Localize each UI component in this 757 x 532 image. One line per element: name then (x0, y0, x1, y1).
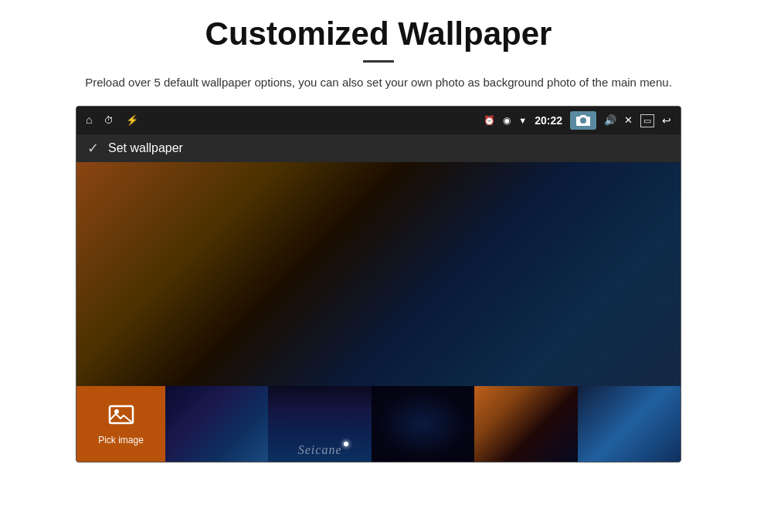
thumbnail-5[interactable] (578, 386, 681, 462)
check-icon[interactable]: ✓ (87, 140, 99, 157)
status-time: 20:22 (535, 114, 562, 127)
thumbnail-3[interactable] (372, 386, 474, 462)
volume-icon[interactable]: 🔊 (604, 114, 616, 127)
usb-icon: ⚡ (126, 114, 138, 127)
location-icon: ◉ (503, 115, 511, 127)
svg-point-1 (114, 409, 119, 414)
thumbnail-1[interactable] (165, 386, 268, 462)
clock-icon: ⏱ (104, 115, 114, 127)
camera-button[interactable] (570, 111, 596, 130)
pick-image-label: Pick image (98, 435, 144, 446)
set-wallpaper-label: Set wallpaper (108, 141, 183, 155)
image-pick-icon (108, 403, 134, 432)
title-divider (363, 60, 394, 63)
status-bar-right: ⏰ ◉ ▼ 20:22 🔊 ✕ ▭ ↩ (484, 111, 671, 130)
camera-icon (576, 114, 590, 127)
pick-image-button[interactable]: Pick image (76, 386, 165, 462)
page-subtitle: Preload over 5 default wallpaper options… (50, 73, 707, 92)
home-icon[interactable]: ⌂ (86, 114, 92, 127)
status-bar: ⌂ ⏱ ⚡ ⏰ ◉ ▼ 20:22 🔊 ✕ ▭ ↩ (76, 107, 681, 134)
seicane-watermark: Seicane (298, 443, 342, 457)
status-bar-left: ⌂ ⏱ ⚡ (86, 114, 138, 127)
back-icon[interactable]: ↩ (662, 114, 671, 127)
close-icon[interactable]: ✕ (624, 114, 633, 127)
action-bar: ✓ Set wallpaper (76, 134, 681, 162)
wallpaper-preview (76, 162, 681, 386)
page-container: Customized Wallpaper Preload over 5 defa… (0, 0, 757, 478)
window-icon[interactable]: ▭ (640, 114, 654, 127)
thumbnail-2[interactable]: Seicane (268, 386, 371, 462)
wifi-icon: ▼ (518, 116, 527, 125)
alarm-icon: ⏰ (484, 115, 495, 127)
android-screen: ⌂ ⏱ ⚡ ⏰ ◉ ▼ 20:22 🔊 ✕ ▭ ↩ (76, 106, 681, 463)
page-title: Customized Wallpaper (23, 15, 734, 53)
pick-icon-svg (108, 403, 134, 426)
thumbnail-4[interactable] (474, 386, 577, 462)
thumbnails-row: Pick image Seicane (76, 386, 681, 462)
